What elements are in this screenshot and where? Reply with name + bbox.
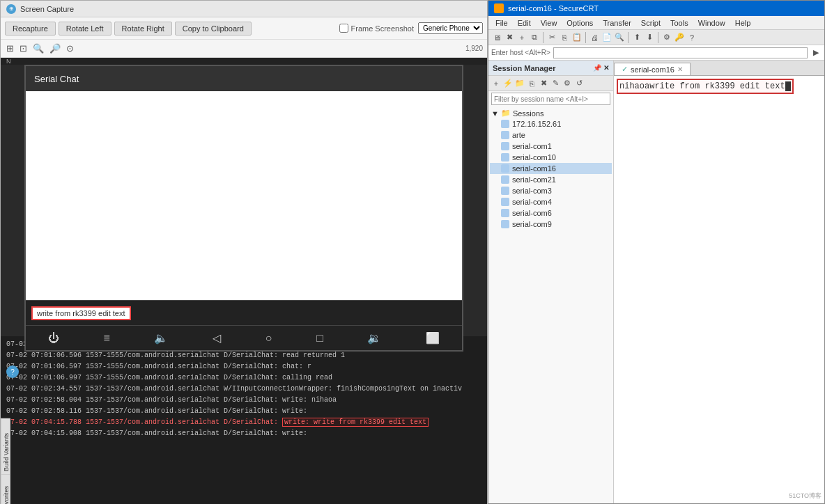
tool-find[interactable]: 🔍: [614, 32, 625, 43]
session-label-6: serial-com3: [512, 187, 552, 195]
crt-menubar: File Edit View Options Transfer Script T…: [488, 16, 824, 30]
session-folder-new[interactable]: 📁: [514, 78, 525, 89]
favorites-tab[interactable]: Favorites: [1, 474, 10, 504]
session-pin-icon[interactable]: 📌 ✕: [593, 64, 609, 72]
menu-file[interactable]: File: [491, 18, 512, 28]
zoom-fit-button[interactable]: ⊡: [18, 42, 29, 55]
crt-terminal[interactable]: nihaoawrite from rk3399 edit text: [614, 76, 824, 503]
session-refresh[interactable]: ↺: [573, 78, 585, 89]
log-line-4: 07-02 07:02:34.557 1537-1537/com.android…: [6, 384, 481, 395]
recapture-button[interactable]: Recapture: [5, 22, 56, 36]
session-label-4: serial-com16: [512, 164, 556, 173]
session-copy[interactable]: ⎘: [526, 78, 537, 89]
tool-key[interactable]: 🔑: [674, 32, 685, 43]
tool-clone[interactable]: ⧉: [529, 32, 540, 43]
phone-status-bar: N: [1, 58, 487, 65]
session-folder-sessions[interactable]: ▼ 📁 Sessions: [490, 108, 612, 118]
tool-print[interactable]: 🖨: [589, 32, 600, 43]
grid-toggle-button[interactable]: ⊞: [5, 42, 15, 55]
tool-new-tab[interactable]: +: [516, 32, 527, 43]
log-line-5: 07-02 07:02:58.004 1537-1537/com.android…: [6, 395, 481, 406]
phone-input-area[interactable]: write from rk3399 edit text: [26, 300, 462, 325]
session-icon-7: [501, 198, 509, 206]
address-input[interactable]: [553, 47, 808, 58]
tool-cut[interactable]: ✂: [546, 32, 557, 43]
session-icon-9: [501, 220, 509, 228]
tool-disconnect[interactable]: ✖: [504, 32, 515, 43]
session-label-7: serial-com4: [512, 198, 552, 206]
zoom-out-button[interactable]: 🔎: [48, 42, 62, 55]
phone-nav-bar: ⏻ ≡ 🔈 ◁ ○ □ 🔉 ⬜: [26, 325, 462, 350]
session-item-3[interactable]: serial-com10: [490, 152, 612, 163]
crt-terminal-area: ✓ serial-com16 ✕ nihaoawrite from rk3399…: [614, 61, 824, 503]
rotate-left-button[interactable]: Rotate Left: [59, 22, 111, 36]
app-title: Serial Chat: [34, 74, 79, 84]
tool-paste[interactable]: 📋: [571, 32, 583, 43]
menu-window[interactable]: Window: [694, 18, 730, 28]
favorites-label: Favorites: [3, 486, 10, 504]
screenshot-icon[interactable]: ⬜: [426, 331, 440, 345]
menu-help[interactable]: Help: [731, 18, 755, 28]
copy-clipboard-button[interactable]: Copy to Clipboard: [175, 22, 252, 36]
home-icon[interactable]: ○: [265, 332, 272, 345]
session-item-0[interactable]: 172.16.152.61: [490, 118, 612, 129]
session-item-4[interactable]: serial-com16: [490, 163, 612, 174]
session-item-8[interactable]: serial-com6: [490, 207, 612, 219]
tool-settings[interactable]: ⚙: [661, 32, 672, 43]
tool-log[interactable]: 📄: [601, 32, 612, 43]
menu-icon[interactable]: ≡: [103, 332, 109, 345]
session-connect[interactable]: ⚡: [502, 78, 514, 89]
rotate-right-button[interactable]: Rotate Right: [114, 22, 172, 36]
phone-text-field[interactable]: write from rk3399 edit text: [31, 306, 131, 320]
session-manager-panel: Session Manager 📌 ✕ + ⚡ 📁 ⎘ ✖ ✎ ⚙ ↺ ▼ 📁 …: [488, 61, 614, 503]
power-icon[interactable]: ⏻: [48, 332, 59, 345]
session-item-5[interactable]: serial-com21: [490, 174, 612, 185]
crt-tab-bar: ✓ serial-com16 ✕: [614, 61, 824, 76]
session-icon-1: [501, 131, 509, 139]
menu-transfer[interactable]: Transfer: [599, 18, 635, 28]
session-item-6[interactable]: serial-com3: [490, 185, 612, 196]
session-new[interactable]: +: [491, 78, 502, 89]
session-item-9[interactable]: serial-com9: [490, 219, 612, 230]
zoom-reset-button[interactable]: ⊙: [65, 42, 75, 55]
tab-label: serial-com16: [631, 65, 674, 74]
menu-options[interactable]: Options: [562, 18, 597, 28]
device-dropdown[interactable]: Generic Phone: [418, 22, 483, 34]
menu-view[interactable]: View: [537, 18, 562, 28]
session-rename[interactable]: ✎: [550, 78, 561, 89]
address-go-button[interactable]: ▶: [810, 47, 822, 58]
session-props[interactable]: ⚙: [562, 78, 573, 89]
watermark: 51CTO博客: [789, 491, 822, 501]
recent-icon[interactable]: □: [316, 332, 323, 345]
crt-tab-active[interactable]: ✓ serial-com16 ✕: [614, 63, 691, 75]
session-icon-5: [501, 175, 509, 184]
tool-help[interactable]: ?: [686, 32, 697, 43]
frame-screenshot-checkbox[interactable]: [339, 24, 348, 33]
session-item-1[interactable]: arte: [490, 129, 612, 141]
session-filter-input[interactable]: [491, 93, 610, 105]
zoom-in-button[interactable]: 🔍: [31, 42, 45, 55]
session-delete[interactable]: ✖: [538, 78, 549, 89]
menu-edit[interactable]: Edit: [514, 18, 535, 28]
back-icon[interactable]: ◁: [213, 331, 221, 345]
session-item-7[interactable]: serial-com4: [490, 196, 612, 207]
menu-tools[interactable]: Tools: [666, 18, 693, 28]
terminal-command-line: nihaoawrite from rk3399 edit text: [617, 79, 822, 94]
vol-down-icon[interactable]: 🔉: [367, 331, 381, 345]
frame-screenshot-label: Frame Screenshot: [339, 24, 414, 33]
crt-title: serial-com16 - SecureCRT: [508, 4, 599, 13]
crt-toolbar: 🖥 ✖ + ⧉ ✂ ⎘ 📋 🖨 📄 🔍 ⬆ ⬇ ⚙ 🔑 ?: [488, 30, 824, 45]
question-icon[interactable]: ?: [6, 365, 19, 378]
session-item-2[interactable]: serial-com1: [490, 141, 612, 152]
terminal-command-text: nihaoawrite from rk3399 edit text: [617, 79, 794, 94]
tab-close-icon[interactable]: ✕: [677, 65, 683, 73]
tool-connect[interactable]: 🖥: [491, 32, 502, 43]
tool-copy[interactable]: ⎘: [559, 32, 570, 43]
tool-upload[interactable]: ⬆: [631, 32, 642, 43]
session-header: Session Manager 📌 ✕: [488, 61, 613, 76]
menu-script[interactable]: Script: [637, 18, 665, 28]
tool-download[interactable]: ⬇: [644, 32, 655, 43]
sc-second-toolbar: ⊞ ⊡ 🔍 🔎 ⊙ 1,920: [1, 40, 487, 58]
volume-icon[interactable]: 🔈: [154, 331, 168, 345]
session-label-9: serial-com9: [512, 220, 552, 228]
